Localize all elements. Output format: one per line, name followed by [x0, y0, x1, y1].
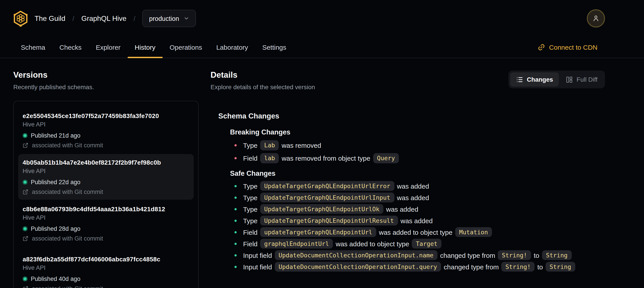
code-chip: String!: [498, 250, 531, 260]
version-published: Published 28d ago: [22, 225, 189, 232]
breadcrumb-separator: /: [72, 15, 74, 22]
view-toggle-changes[interactable]: Changes: [510, 72, 559, 87]
change-text: Input field: [243, 263, 272, 270]
version-project: Hive API: [22, 121, 189, 128]
change-text: Field: [243, 240, 258, 247]
change-text: was added: [397, 182, 429, 190]
version-item[interactable]: a823f6db2a55df877dcf406006abca97fcc4858c…: [18, 251, 194, 288]
app-header: The Guild / GraphQL Hive / production Sc…: [0, 0, 644, 58]
change-text: Type: [243, 194, 258, 201]
tab-bar: SchemaChecksExplorerHistoryOperationsLab…: [0, 37, 644, 58]
breadcrumb-separator: /: [134, 15, 135, 22]
breaking-bullet-icon: [234, 144, 236, 146]
change-text: was removed: [282, 142, 321, 149]
code-chip: updateTargetGraphQLEndpointUrl: [260, 227, 376, 237]
change-text: Type: [243, 142, 258, 149]
versions-list: e2e55045345ce13fe07f52a77459b83fa3fe7020…: [13, 101, 198, 288]
code-chip: UpdateTargetGraphQLEndpointUrlInput: [260, 193, 394, 202]
change-text: Type: [243, 205, 258, 213]
view-toggle-full-diff[interactable]: Full Diff: [560, 72, 603, 87]
version-project: Hive API: [22, 167, 189, 175]
change-text: was added: [397, 194, 429, 201]
tab-settings[interactable]: Settings: [255, 37, 293, 58]
change-text: to: [538, 263, 543, 270]
published-dot-icon: [22, 277, 27, 281]
tab-checks[interactable]: Checks: [52, 37, 89, 58]
version-item-selected[interactable]: 4b05ab51b1b4a7e2e4b0ef82172f2b9f7ef98c0b…: [18, 154, 194, 200]
code-chip: String: [542, 250, 572, 260]
change-row: TypeLabwas removed: [234, 139, 631, 152]
change-text: Field: [243, 228, 258, 236]
change-row: TypeUpdateTargetGraphQLEndpointUrlInputw…: [234, 192, 631, 203]
version-hash: e2e55045345ce13fe07f52a77459b83fa3fe7020: [22, 111, 189, 120]
tab-history[interactable]: History: [128, 37, 162, 58]
link-icon: [538, 44, 545, 51]
tab-schema[interactable]: Schema: [14, 37, 52, 58]
external-link-icon: [22, 189, 28, 195]
connect-to-cdn-button[interactable]: Connect to CDN: [538, 37, 598, 58]
columns-icon: [566, 76, 573, 83]
details-subtitle: Explore details of the selected version: [210, 83, 315, 91]
breadcrumb-org[interactable]: The Guild: [34, 15, 66, 23]
safe-bullet-icon: [234, 208, 236, 210]
code-chip: graphqlEndpointUrl: [260, 239, 333, 248]
view-toggle: ChangesFull Diff: [508, 71, 605, 88]
change-text: Field: [243, 154, 258, 162]
safe-bullet-icon: [234, 231, 236, 233]
change-text: was added to object type: [336, 240, 409, 247]
external-link-icon: [22, 236, 28, 241]
breadcrumb-product[interactable]: GraphQL Hive: [81, 15, 126, 23]
external-link-icon: [22, 142, 28, 148]
version-project: Hive API: [22, 214, 189, 221]
safe-bullet-icon: [234, 242, 236, 245]
published-dot-icon: [22, 180, 27, 185]
connect-to-cdn-label: Connect to CDN: [549, 44, 598, 51]
versions-panel: Versions Recently published schemas. e2e…: [13, 70, 198, 288]
safe-bullet-icon: [234, 265, 236, 268]
versions-subtitle: Recently published schemas.: [13, 83, 198, 91]
change-text: Type: [243, 182, 258, 190]
change-row: Fieldlabwas removed from object typeQuer…: [234, 152, 631, 165]
version-item[interactable]: c8b6e88a06793b9c4dfd54aaa21b36a1b421d812…: [18, 201, 194, 246]
change-text: to: [534, 251, 539, 259]
version-published: Published 22d ago: [22, 178, 189, 186]
published-dot-icon: [22, 226, 27, 231]
user-icon: [592, 15, 600, 22]
code-chip: UpdateDocumentCollectionOperationInput.n…: [274, 250, 438, 260]
version-git-link[interactable]: associated with Git commit: [22, 142, 189, 149]
schema-changes-title: Schema Changes: [218, 111, 631, 120]
version-hash: 4b05ab51b1b4a7e2e4b0ef82172f2b9f7ef98c0b: [22, 158, 189, 167]
version-hash: c8b6e88a06793b9c4dfd54aaa21b36a1b421d812: [22, 205, 189, 213]
target-selector-label: production: [149, 15, 179, 22]
hive-logo-icon[interactable]: [14, 11, 28, 27]
change-row: TypeUpdateTargetGraphQLEndpointUrlErrorw…: [234, 180, 631, 192]
tab-laboratory[interactable]: Laboratory: [209, 37, 255, 58]
change-text: was added to object type: [379, 228, 452, 236]
version-item[interactable]: e2e55045345ce13fe07f52a77459b83fa3fe7020…: [18, 107, 194, 153]
version-hash: a823f6db2a55df877dcf406006abca97fcc4858c: [22, 255, 189, 263]
change-text: changed type from: [440, 251, 495, 259]
code-chip: UpdateTargetGraphQLEndpointUrlError: [260, 181, 394, 191]
code-chip: String!: [502, 262, 535, 271]
change-text: was removed from object type: [282, 154, 370, 162]
tab-explorer[interactable]: Explorer: [89, 37, 128, 58]
tab-operations[interactable]: Operations: [162, 37, 209, 58]
section-title-safe: Safe Changes: [230, 169, 631, 177]
version-published: Published 40d ago: [22, 275, 189, 283]
schema-changes: Schema Changes Breaking ChangesTypeLabwa…: [218, 111, 631, 272]
details-title: Details: [210, 70, 315, 80]
code-chip: UpdateTargetGraphQLEndpointUrlOk: [260, 204, 384, 214]
code-chip: lab: [260, 153, 279, 163]
safe-bullet-icon: [234, 185, 236, 187]
version-git-link[interactable]: associated with Git commit: [22, 285, 189, 288]
change-text: changed type from: [444, 263, 499, 270]
user-menu-button[interactable]: [587, 9, 605, 28]
version-project: Hive API: [22, 264, 189, 271]
code-chip: Lab: [260, 140, 279, 150]
target-selector[interactable]: production: [142, 10, 196, 27]
published-dot-icon: [22, 133, 27, 138]
change-text: was added: [400, 217, 432, 224]
version-git-link[interactable]: associated with Git commit: [22, 188, 189, 196]
version-git-link[interactable]: associated with Git commit: [22, 235, 189, 242]
versions-title: Versions: [13, 70, 198, 80]
